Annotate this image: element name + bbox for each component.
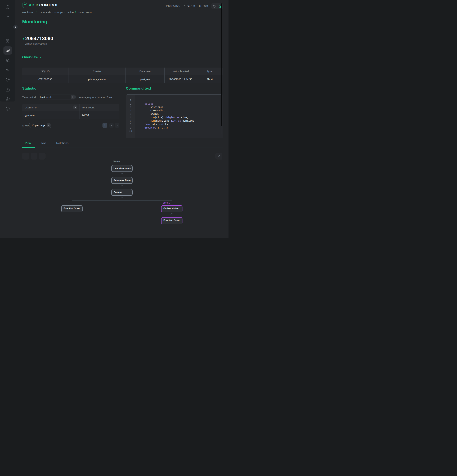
sidebar-item-reports[interactable] — [0, 76, 15, 83]
username-table-header: Username↑ Total count — [22, 104, 119, 111]
line-number: 2 — [126, 102, 135, 106]
code-line: commandid, — [139, 109, 223, 112]
page-size-value: 10 per page — [32, 124, 45, 127]
slice-0-label: Slice 0 — [113, 160, 120, 163]
chevron-right-icon[interactable] — [71, 95, 75, 99]
svg-text:i: i — [7, 107, 8, 110]
page-title: Monitoring — [22, 19, 47, 25]
line-number: 9 — [126, 126, 135, 130]
code-line: sessionid, — [139, 105, 223, 109]
line-number: 1 — [126, 99, 135, 102]
tab-relations[interactable]: Relations — [56, 142, 68, 145]
overview-table: SQL ID Cluster Database Last submitted T… — [22, 68, 223, 83]
code-line: group by 1, 2, 3 — [139, 126, 223, 130]
right-panel-border — [223, 138, 223, 238]
code-lines: select sessionid, commandid, segid, sum(… — [135, 94, 223, 138]
line-number: 3 — [126, 105, 135, 109]
breadcrumb-item[interactable]: Monitoring — [22, 11, 34, 14]
divider — [22, 49, 223, 49]
code-line: sum(size)::bigint as size, — [139, 116, 223, 119]
current-date: 21/08/2025 — [166, 5, 180, 8]
breadcrumb-separator: / — [75, 11, 76, 14]
plan-node-append[interactable]: Append — [111, 189, 133, 196]
pagination-next-button[interactable] — [115, 123, 119, 128]
column-header: Database — [125, 68, 165, 75]
zoom-out-button[interactable] — [22, 153, 29, 160]
main-content: AD.BCONTROL 21/08/2025 13:45:03 UTC+3 Mo… — [15, 0, 229, 238]
status-dot — [23, 38, 24, 40]
breadcrumb-separator: / — [52, 11, 53, 14]
command-text-heading: Command text — [126, 86, 151, 90]
line-number: 6 — [126, 116, 135, 119]
chevron-down-icon — [39, 56, 42, 58]
code-line — [139, 99, 223, 102]
pagination-prev-button[interactable] — [109, 123, 114, 128]
info-icon[interactable]: i — [0, 105, 15, 112]
sidebar-expand-button[interactable] — [13, 25, 18, 29]
sidebar-item-settings[interactable] — [0, 96, 15, 102]
sidebar-item-dashboard[interactable] — [0, 37, 15, 44]
username-table: Username↑ Total count gpadmin 24594 — [22, 104, 119, 119]
overview-section-toggle[interactable]: Overview — [22, 55, 42, 59]
sidebar-item-monitoring[interactable] — [0, 47, 15, 54]
total-count-value: 24594 — [79, 111, 119, 119]
current-time: 13:45:03 — [184, 5, 195, 8]
breadcrumb-separator: / — [36, 11, 36, 14]
breadcrumb-item[interactable]: 2064713060 — [77, 11, 91, 14]
sort-ascending-icon: ↑ — [38, 106, 39, 109]
fullscreen-button[interactable] — [215, 153, 222, 160]
line-number: 4 — [126, 109, 135, 112]
plan-node-hashaggregate[interactable]: HashAggregate — [111, 165, 133, 172]
line-number: 10 — [126, 129, 135, 133]
user-account-icon[interactable] — [0, 4, 15, 11]
sidebar-item-services[interactable] — [0, 86, 15, 93]
command-text-code[interactable]: 12345678910 select sessionid, commandid,… — [126, 94, 223, 138]
plan-node-subquery-scan[interactable]: Subquery Scan — [111, 177, 133, 184]
avg-duration-value: 0 sec — [107, 96, 113, 99]
chevron-right-icon[interactable] — [47, 123, 50, 127]
table-row: gpadmin 24594 — [22, 111, 119, 119]
line-number: 5 — [126, 112, 135, 116]
code-gutter: 12345678910 — [126, 94, 135, 138]
page-size-select[interactable]: 10 per page — [29, 123, 51, 128]
code-line: segid, — [139, 112, 223, 116]
page-scrollbar[interactable] — [221, 3, 222, 126]
code-line: from adcc_spills — [139, 123, 223, 126]
clock: 21/08/2025 13:45:03 UTC+3 — [166, 5, 208, 8]
time-period-label: Time period — [22, 96, 36, 99]
app-window: i AD.BCONTROL 21/08/2025 13:45:03 UTC+3 — [0, 0, 229, 238]
pagination-page-1[interactable]: 1 — [102, 123, 107, 128]
column-header: Cluster — [68, 68, 125, 75]
sql-id-value: -732606535 — [22, 75, 68, 83]
light-theme-icon[interactable] — [213, 5, 216, 8]
breadcrumb-separator: / — [64, 11, 65, 14]
logo-database-icon — [22, 2, 27, 8]
column-expand-button[interactable] — [73, 105, 77, 109]
breadcrumb: Monitoring/Commands/Groups/Active/206471… — [22, 11, 91, 14]
line-number: 8 — [126, 123, 135, 126]
sidebar-item-databases[interactable] — [0, 57, 15, 64]
time-period-select[interactable]: Last week — [38, 94, 75, 99]
tab-text[interactable]: Text — [41, 142, 46, 145]
logout-icon[interactable] — [0, 13, 15, 20]
code-line — [139, 129, 223, 133]
plan-node-gather-motion[interactable]: Gather Motion — [161, 205, 183, 212]
breadcrumb-item[interactable]: Active — [66, 11, 74, 14]
column-header: SQL ID — [22, 68, 68, 75]
breadcrumb-item[interactable]: Commands — [38, 11, 51, 14]
column-header-username[interactable]: Username↑ — [22, 104, 79, 111]
plan-node-function-scan-right[interactable]: Function Scan — [161, 217, 183, 224]
type-value: Short — [196, 75, 223, 83]
timezone: UTC+3 — [199, 5, 208, 8]
username-value: gpadmin — [22, 111, 79, 119]
sidebar-item-users[interactable] — [0, 67, 15, 74]
breadcrumb-item[interactable]: Groups — [55, 11, 63, 14]
fit-view-button[interactable] — [39, 153, 46, 160]
show-label: Show — [22, 124, 29, 127]
table-row: -732606535 primary_cluster postgres 21/0… — [22, 75, 223, 83]
tab-plan[interactable]: Plan — [25, 142, 31, 145]
app-logo: AD.BCONTROL — [22, 2, 59, 8]
statistic-heading: Statistic — [22, 86, 36, 90]
zoom-in-button[interactable] — [31, 153, 37, 160]
plan-node-function-scan-left[interactable]: Function Scan — [61, 205, 83, 212]
